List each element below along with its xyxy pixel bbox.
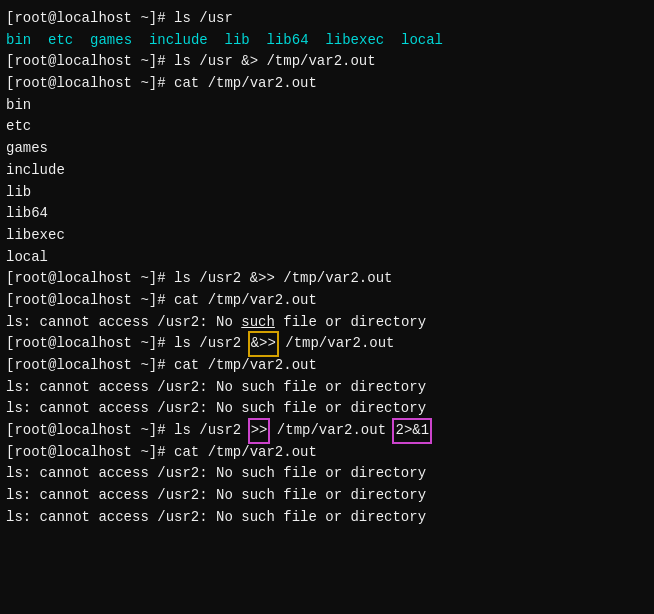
line-20: [root@localhost ~]# ls /usr2 >> /tmp/var… [6,420,648,442]
line-21: [root@localhost ~]# cat /tmp/var2.out [6,442,648,464]
ls-item-bin: bin [6,30,31,52]
error-output: ls: cannot access /usr2: No such file or… [6,507,426,529]
ls-item-include: include [149,30,208,52]
error-output: ls: cannot access /usr2: No such file or… [6,463,426,485]
ls-item-games: games [90,30,132,52]
line-19: ls: cannot access /usr2: No such file or… [6,398,648,420]
output-etc: etc [6,116,31,138]
ls-item-lib64: lib64 [267,30,309,52]
error-output: ls: cannot access /usr2: No such file or… [6,377,426,399]
line-2-ls-output: bin etc games include lib lib64 libexec … [6,30,648,52]
prompt-text: [root@localhost ~]# cat /tmp/var2.out [6,73,317,95]
prompt-text: [root@localhost ~]# ls /usr2 &>> /tmp/va… [6,268,392,290]
ls-item-libexec: libexec [325,30,384,52]
ls-item-local: local [401,30,443,52]
prompt-text: [root@localhost ~]# ls /usr [6,8,233,30]
line-4: [root@localhost ~]# cat /tmp/var2.out [6,73,648,95]
line-24: ls: cannot access /usr2: No such file or… [6,507,648,529]
prompt-text: [root@localhost ~]# cat /tmp/var2.out [6,442,317,464]
line-10: lib64 [6,203,648,225]
output-text: ls: cannot access /usr2: No such file or… [6,312,426,334]
line-12: local [6,247,648,269]
prompt-after: /tmp/var2.out [277,333,395,355]
highlight-stdout-redirect: >> [250,420,269,442]
output-bin: bin [6,95,31,117]
output-lib: lib [6,182,31,204]
prompt-text: [root@localhost ~]# cat /tmp/var2.out [6,355,317,377]
prompt-text: [root@localhost ~]# ls /usr &> /tmp/var2… [6,51,376,73]
line-1: [root@localhost ~]# ls /usr [6,8,648,30]
line-22: ls: cannot access /usr2: No such file or… [6,463,648,485]
output-libexec: libexec [6,225,65,247]
prompt-middle: /tmp/var2.out [268,420,394,442]
terminal: [root@localhost ~]# ls /usr bin etc game… [6,8,648,529]
line-16: [root@localhost ~]# ls /usr2 &>> /tmp/va… [6,333,648,355]
output-games: games [6,138,48,160]
error-output: ls: cannot access /usr2: No such file or… [6,398,426,420]
prompt-before: [root@localhost ~]# ls /usr2 [6,333,250,355]
line-14: [root@localhost ~]# cat /tmp/var2.out [6,290,648,312]
highlight-stderr-redirect: 2>&1 [394,420,430,442]
error-output: ls: cannot access /usr2: No such file or… [6,485,426,507]
line-23: ls: cannot access /usr2: No such file or… [6,485,648,507]
output-include: include [6,160,65,182]
line-8: include [6,160,648,182]
line-5: bin [6,95,648,117]
line-17: [root@localhost ~]# cat /tmp/var2.out [6,355,648,377]
line-3: [root@localhost ~]# ls /usr &> /tmp/var2… [6,51,648,73]
underlined-such: such [241,314,275,330]
output-lib64: lib64 [6,203,48,225]
line-15: ls: cannot access /usr2: No such file or… [6,312,648,334]
output-local: local [6,247,48,269]
prompt-text: [root@localhost ~]# cat /tmp/var2.out [6,290,317,312]
line-6: etc [6,116,648,138]
line-18: ls: cannot access /usr2: No such file or… [6,377,648,399]
ls-item-etc: etc [48,30,73,52]
line-11: libexec [6,225,648,247]
line-13: [root@localhost ~]# ls /usr2 &>> /tmp/va… [6,268,648,290]
highlight-append-redirect: &>> [250,333,277,355]
line-9: lib [6,182,648,204]
ls-item-lib: lib [225,30,250,52]
prompt-before: [root@localhost ~]# ls /usr2 [6,420,250,442]
line-7: games [6,138,648,160]
